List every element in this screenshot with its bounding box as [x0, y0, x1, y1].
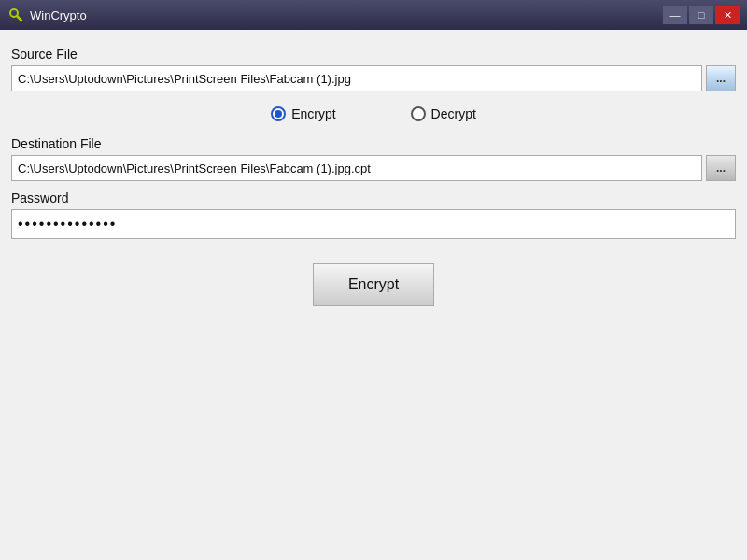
encrypt-button-row: Encrypt [11, 263, 736, 306]
destination-file-label: Destination File [11, 136, 736, 151]
app-icon [7, 7, 24, 23]
password-input[interactable] [11, 209, 736, 239]
source-file-section: Source File ... [11, 47, 736, 91]
window-content: Source File ... Encrypt Decrypt Destinat… [0, 30, 747, 560]
encrypt-radio-dot [275, 110, 282, 118]
window-controls: — □ ✕ [663, 6, 740, 24]
title-bar: WinCrypto — □ ✕ [0, 0, 747, 30]
destination-browse-button[interactable]: ... [706, 155, 736, 181]
source-file-label: Source File [11, 47, 736, 62]
minimize-button[interactable]: — [663, 6, 687, 24]
app-window: WinCrypto — □ ✕ Source File ... Encrypt [0, 0, 747, 560]
svg-line-1 [17, 16, 21, 21]
encrypt-radio-label: Encrypt [291, 106, 335, 121]
encrypt-button[interactable]: Encrypt [313, 263, 434, 306]
window-title: WinCrypto [30, 8, 87, 22]
decrypt-radio-label: Decrypt [431, 106, 476, 121]
decrypt-radio-circle [411, 106, 426, 121]
password-label: Password [11, 190, 736, 205]
encrypt-radio-circle [271, 106, 286, 121]
decrypt-radio-option[interactable]: Decrypt [411, 106, 476, 121]
title-bar-left: WinCrypto [7, 7, 87, 23]
source-file-input[interactable] [11, 65, 702, 91]
encrypt-radio-option[interactable]: Encrypt [271, 106, 335, 121]
password-section: Password [11, 190, 736, 239]
source-file-row: ... [11, 65, 736, 91]
destination-file-section: Destination File ... [11, 136, 736, 181]
destination-file-row: ... [11, 155, 736, 181]
maximize-button[interactable]: □ [689, 6, 713, 24]
destination-file-input[interactable] [11, 155, 702, 181]
source-browse-button[interactable]: ... [706, 65, 736, 91]
close-button[interactable]: ✕ [715, 6, 740, 24]
radio-row: Encrypt Decrypt [11, 101, 736, 127]
